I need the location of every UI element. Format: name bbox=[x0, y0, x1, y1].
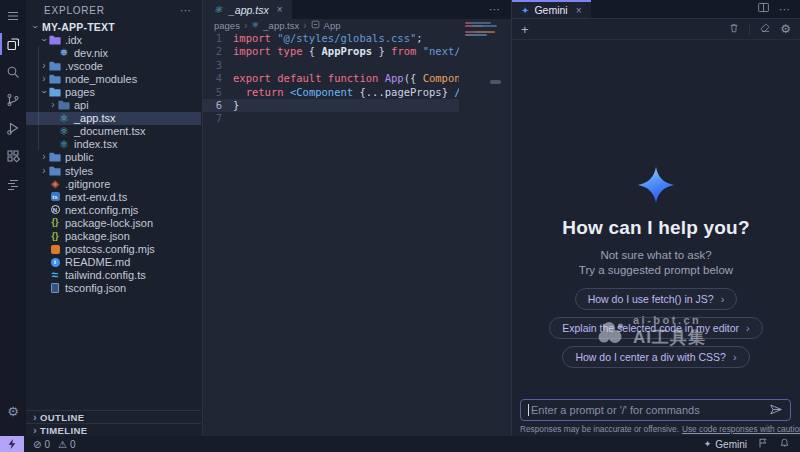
line-number: 6 bbox=[203, 99, 233, 112]
suggested-prompt-1[interactable]: How do I use fetch() in JS?› bbox=[575, 288, 738, 310]
tree-item-readme-md[interactable]: iREADME.md bbox=[26, 256, 201, 269]
explorer-sidebar: EXPLORER ⋯ ›MY-APP-TEXT›.idx❅dev.nix›.vs… bbox=[26, 0, 203, 436]
tree-item-label: dev.nix bbox=[74, 47, 108, 59]
send-icon[interactable] bbox=[769, 403, 783, 418]
caution-link[interactable]: Use code responses with caution bbox=[682, 424, 800, 434]
code-token bbox=[233, 86, 246, 99]
tree-item-postcss-config-mjs[interactable]: postcss.config.mjs bbox=[26, 243, 201, 256]
ts-icon: ts bbox=[49, 191, 61, 203]
tree-item-styles[interactable]: ›styles bbox=[26, 164, 201, 177]
breadcrumb-item[interactable]: pages bbox=[214, 20, 240, 31]
editor-actions-more-icon[interactable]: ⋯ bbox=[489, 3, 511, 16]
tree-item-label: next.config.mjs bbox=[65, 204, 138, 216]
sidebar-item-run-debug[interactable] bbox=[0, 114, 26, 142]
tree-item--idx[interactable]: ›.idx bbox=[26, 33, 201, 46]
code-token: } bbox=[442, 86, 455, 99]
close-icon[interactable]: × bbox=[576, 5, 582, 16]
tab-app-tsx[interactable]: ⚛ _app.tsx × bbox=[203, 0, 292, 19]
tree-item--app-tsx[interactable]: ⚛_app.tsx bbox=[26, 112, 201, 125]
suggested-prompt-2[interactable]: Explain the selected code in my editor› bbox=[549, 317, 763, 339]
sidebar-item-extensions[interactable] bbox=[0, 142, 26, 170]
suggested-prompt-3[interactable]: How do I center a div with CSS?› bbox=[562, 346, 749, 368]
sidebar-item-search[interactable] bbox=[0, 58, 26, 86]
tree-item-pages[interactable]: ›pages bbox=[26, 85, 201, 98]
breadcrumb-item[interactable]: App bbox=[324, 20, 341, 31]
code-token: ; bbox=[416, 32, 422, 45]
manage-gear-icon[interactable]: ⚙ bbox=[0, 398, 26, 424]
outline-section[interactable]: › OUTLINE bbox=[26, 410, 201, 423]
code-token: AppProps bbox=[322, 45, 373, 58]
tree-item-tailwind-config-ts[interactable]: ≈tailwind.config.ts bbox=[26, 269, 201, 282]
tree-item--vscode[interactable]: ›.vscode bbox=[26, 59, 201, 72]
tree-item-package-json[interactable]: {}package.json bbox=[26, 230, 201, 243]
tree-item-label: .gitignore bbox=[65, 178, 110, 190]
nix-icon: ❅ bbox=[58, 47, 70, 59]
line-number: 2 bbox=[203, 45, 233, 58]
minimap[interactable] bbox=[459, 19, 511, 159]
tree-item-index-tsx[interactable]: ⚛index.tsx bbox=[26, 138, 201, 151]
tree-item-label: public bbox=[65, 151, 94, 163]
tree-item-tsconfig-json[interactable]: tsconfig.json bbox=[26, 282, 201, 295]
indent-guide bbox=[38, 46, 39, 150]
timeline-section[interactable]: › TIMELINE bbox=[26, 423, 201, 436]
gear-icon[interactable]: ⚙ bbox=[780, 23, 791, 35]
explorer-more-icon[interactable]: ⋯ bbox=[180, 4, 192, 17]
breadcrumb-item[interactable]: _app.tsx bbox=[263, 20, 299, 31]
tab-label: _app.tsx bbox=[229, 4, 269, 16]
sidebar-item-explorer[interactable] bbox=[0, 30, 26, 58]
activity-bar: ⚙ bbox=[0, 0, 26, 436]
code-token: { bbox=[309, 45, 322, 58]
gemini-toolbar: + ⚙ bbox=[512, 19, 800, 40]
next-icon: N bbox=[49, 204, 61, 216]
tree-item--document-tsx[interactable]: ⚛_document.tsx bbox=[26, 125, 201, 138]
tree-item-next-config-mjs[interactable]: Nnext.config.mjs bbox=[26, 203, 201, 216]
json-icon: {} bbox=[49, 230, 61, 242]
line-number: 4 bbox=[203, 72, 233, 85]
sidebar-item-source-control[interactable] bbox=[0, 86, 26, 114]
tree-item-public[interactable]: ›public bbox=[26, 151, 201, 164]
symbol-icon bbox=[311, 20, 320, 31]
tree-item-label: MY-APP-TEXT bbox=[42, 21, 115, 33]
menu-icon[interactable] bbox=[0, 2, 26, 30]
close-icon[interactable]: × bbox=[277, 4, 283, 15]
tree-item-api[interactable]: ›api bbox=[26, 99, 201, 112]
tree-item-my-app-text[interactable]: ›MY-APP-TEXT bbox=[26, 20, 201, 33]
tab-gemini[interactable]: ✦ Gemini × bbox=[512, 0, 591, 18]
panel-more-icon[interactable]: ⋯ bbox=[779, 3, 791, 16]
tree-item-dev-nix[interactable]: ❅dev.nix bbox=[26, 46, 201, 59]
tsfile-icon bbox=[49, 282, 61, 294]
code-token: pageProps bbox=[385, 86, 442, 99]
split-editor-icon[interactable] bbox=[757, 0, 770, 18]
tree-item-node-modules[interactable]: ›node_modules bbox=[26, 72, 201, 85]
gemini-subtitle: Not sure what to ask? Try a suggested pr… bbox=[579, 248, 733, 277]
tree-item-package-lock-json[interactable]: {}package-lock.json bbox=[26, 216, 201, 229]
chevron-right-icon: › bbox=[30, 425, 40, 436]
tree-item-label: tailwind.config.ts bbox=[65, 269, 146, 281]
gemini-star-icon: ✦ bbox=[704, 439, 712, 449]
suggested-prompts: How do I use fetch() in JS?›Explain the … bbox=[549, 288, 763, 368]
trash-icon[interactable] bbox=[728, 20, 740, 38]
code-token: import type bbox=[233, 45, 309, 58]
chevron-down-icon: › bbox=[30, 22, 40, 32]
feedback-flag-icon[interactable] bbox=[757, 437, 769, 451]
timeline-label: TIMELINE bbox=[40, 425, 88, 436]
editor-tab-bar: ⚛ _app.tsx × ⋯ bbox=[203, 0, 511, 19]
eraser-icon[interactable] bbox=[759, 20, 771, 38]
scrollbar-thumb[interactable] bbox=[490, 80, 501, 84]
tree-item-next-env-d-ts[interactable]: tsnext-env.d.ts bbox=[26, 190, 201, 203]
gemini-panel: ✦ Gemini × ⋯ + ⚙ bbox=[511, 0, 800, 436]
line-number: 3 bbox=[203, 59, 233, 72]
bell-icon[interactable] bbox=[779, 437, 790, 451]
gemini-heading: How can I help you? bbox=[562, 217, 749, 239]
chevron-right-icon: › bbox=[48, 100, 58, 110]
new-chat-icon[interactable]: + bbox=[521, 23, 529, 36]
editor-group: ⚛ _app.tsx × ⋯ pages › ⚛ _app.tsx › App … bbox=[203, 0, 511, 436]
idx-environment-badge[interactable] bbox=[0, 436, 24, 452]
tree-item--gitignore[interactable]: ◈.gitignore bbox=[26, 177, 201, 190]
gemini-welcome: How can I help you? Not sure what to ask… bbox=[512, 40, 800, 378]
line-number: 7 bbox=[203, 112, 233, 125]
prompt-input[interactable]: Enter a prompt or '/' for commands bbox=[520, 399, 791, 421]
sidebar-item-idx-logs[interactable] bbox=[0, 170, 26, 198]
gemini-status-item[interactable]: ✦ Gemini bbox=[704, 439, 747, 450]
problems-indicator[interactable]: ⊘ 0 ⚠ 0 bbox=[33, 439, 75, 450]
